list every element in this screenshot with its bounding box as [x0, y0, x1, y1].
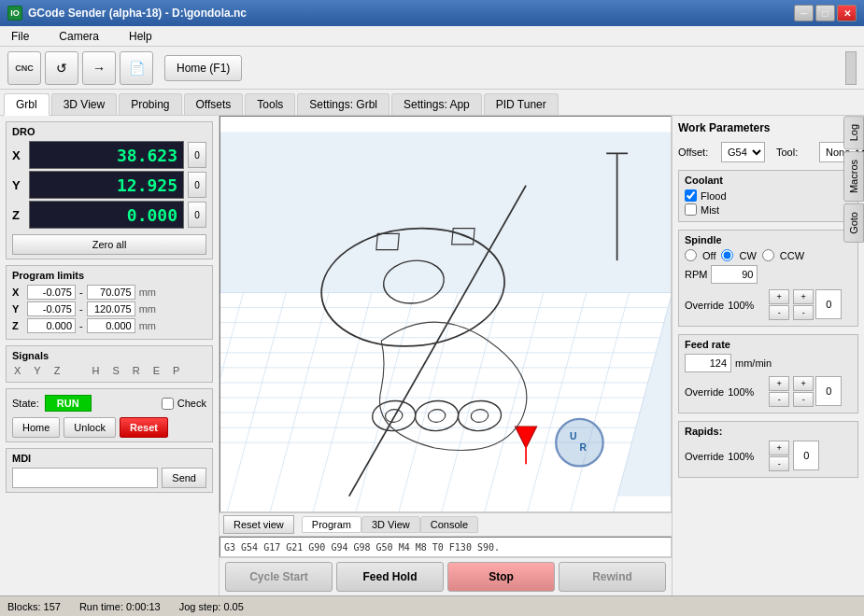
spindle-override-input[interactable] [815, 289, 842, 319]
feed-override-fine-minus-button[interactable]: - [793, 392, 814, 407]
tab-pid-tuner[interactable]: PID Tuner [484, 93, 559, 115]
minimize-button[interactable]: ─ [794, 5, 814, 21]
dro-y-zero-button[interactable]: 0 [188, 172, 206, 198]
sub-tab-console[interactable]: Console [420, 516, 478, 533]
spindle-off-radio[interactable] [685, 249, 697, 261]
spindle-off-label: Off [702, 250, 715, 261]
signal-s-label: S [112, 365, 119, 376]
home-f1-button[interactable]: Home (F1) [164, 55, 242, 81]
signal-e-label: E [153, 365, 160, 376]
tab-grbl[interactable]: Grbl [4, 93, 50, 116]
tab-settings-app[interactable]: Settings: App [391, 93, 482, 115]
limits-x-unit: mm [139, 287, 156, 298]
flood-checkbox[interactable] [685, 189, 697, 202]
rpm-input[interactable] [711, 265, 758, 284]
dro-z-zero-button[interactable]: 0 [188, 202, 206, 228]
limits-z-sep: - [79, 320, 83, 331]
visualization-area[interactable]: U R [220, 116, 672, 512]
reload-button[interactable]: ↺ [45, 51, 78, 85]
status-bar: Blocks: 157 Run time: 0:00:13 Jog step: … [0, 595, 864, 616]
signals-labels: X Y Z H S R E P [12, 365, 206, 376]
tab-probing[interactable]: Probing [119, 93, 181, 115]
side-tab-goto[interactable]: Goto [843, 203, 864, 243]
flood-label: Flood [701, 190, 727, 202]
maximize-button[interactable]: □ [815, 5, 835, 21]
toolbar: CNC ↺ → 📄 Home (F1) [0, 47, 864, 90]
mist-label: Mist [701, 204, 719, 216]
mdi-input[interactable] [12, 468, 158, 488]
program-limits-title: Program limits [12, 270, 206, 281]
unlock-button[interactable]: Unlock [64, 417, 116, 438]
open-file-button[interactable]: 📄 [120, 51, 153, 85]
offset-select[interactable]: G54G55G56 [721, 142, 765, 162]
right-panel: Work Parameters Offset: G54G55G56 Tool: … [673, 116, 864, 595]
dro-x-row: X 38.623 0 [12, 141, 206, 169]
signals-title: Signals [12, 350, 206, 361]
limits-x-sep: - [79, 287, 83, 298]
feed-rate-title: Feed rate [685, 339, 852, 350]
mdi-send-button[interactable]: Send [162, 468, 206, 488]
spindle-ccw-radio[interactable] [762, 249, 774, 261]
cycle-start-button[interactable]: Cycle Start [225, 562, 333, 592]
home-button[interactable]: Home [12, 417, 60, 438]
dro-y-row: Y 12.925 0 [12, 171, 206, 199]
feed-override-input[interactable] [815, 376, 842, 406]
zero-all-button[interactable]: Zero all [12, 234, 206, 255]
reset-view-button[interactable]: Reset view [223, 515, 294, 534]
close-button[interactable]: ✕ [837, 5, 857, 21]
menu-camera[interactable]: Camera [51, 28, 106, 45]
spindle-override-fine-plus-button[interactable]: + [793, 289, 814, 304]
sub-tab-program[interactable]: Program [302, 516, 361, 533]
dro-x-value: 38.623 [29, 141, 184, 169]
menu-help[interactable]: Help [121, 28, 160, 45]
feed-hold-button[interactable]: Feed Hold [336, 562, 444, 592]
tab-tools[interactable]: Tools [245, 93, 295, 115]
tab-offsets[interactable]: Offsets [184, 93, 244, 115]
spindle-override-fine-minus-button[interactable]: - [793, 305, 814, 320]
dro-x-zero-button[interactable]: 0 [188, 142, 206, 168]
rewind-button[interactable]: Rewind [559, 562, 666, 592]
side-tab-log[interactable]: Log [843, 116, 864, 149]
dro-title: DRO [12, 126, 206, 137]
rapids-override-controls: + - [769, 441, 819, 471]
state-value: RUN [45, 395, 92, 412]
spindle-override-minus-button[interactable]: - [769, 305, 789, 320]
feed-override-buttons: + - [769, 376, 789, 407]
svg-text:R: R [579, 442, 587, 453]
spindle-override-label: Override [685, 300, 724, 311]
rapids-override-row: Override 100% + - [685, 441, 852, 471]
send-file-button[interactable]: → [82, 51, 116, 85]
sub-tab-3dview[interactable]: 3D View [361, 516, 420, 533]
feed-override-fine-plus-button[interactable]: + [793, 376, 814, 391]
tab-settings-grbl[interactable]: Settings: Grbl [297, 93, 390, 115]
stop-button[interactable]: Stop [447, 562, 555, 592]
spindle-section: Spindle Off CW CCW RPM Override 100% + - [678, 230, 858, 327]
menu-file[interactable]: File [4, 28, 36, 45]
spindle-ccw-label: CCW [780, 250, 804, 261]
side-tab-macros[interactable]: Macros [843, 151, 864, 202]
sub-tabs-bar: Reset view Program 3D View Console [220, 512, 672, 537]
feed-override-fine-buttons: + - [793, 376, 814, 407]
toolbar-scrollbar[interactable] [845, 51, 857, 85]
spindle-cw-radio[interactable] [721, 249, 733, 261]
mdi-title: MDI [12, 453, 206, 464]
rapids-title: Rapids: [685, 426, 852, 437]
cnc-button[interactable]: CNC [7, 51, 41, 85]
rapids-section: Rapids: Override 100% + - [678, 421, 858, 478]
check-checkbox[interactable] [162, 398, 174, 410]
mist-checkbox[interactable] [685, 203, 697, 216]
tab-3dview[interactable]: 3D View [51, 93, 117, 115]
feed-rate-input[interactable] [685, 354, 731, 372]
status-jog-step: Jog step: 0.05 [179, 601, 244, 612]
dro-section: DRO X 38.623 0 Y 12.925 0 Z 0.000 0 Zero… [6, 121, 213, 259]
rapids-override-input[interactable] [793, 441, 819, 470]
limits-y-max: 120.075 [87, 301, 135, 316]
reset-button[interactable]: Reset [120, 417, 168, 438]
feed-override-plus-button[interactable]: + [769, 376, 789, 391]
dro-y-value: 12.925 [29, 171, 184, 199]
rapids-override-minus-button[interactable]: - [769, 456, 789, 471]
rapids-override-plus-button[interactable]: + [769, 441, 789, 455]
spindle-override-plus-button[interactable]: + [769, 289, 789, 304]
gcode-display: G3 G54 G17 G21 G90 G94 G98 G50 M4 M8 T0 … [220, 537, 672, 557]
feed-override-minus-button[interactable]: - [769, 392, 789, 407]
